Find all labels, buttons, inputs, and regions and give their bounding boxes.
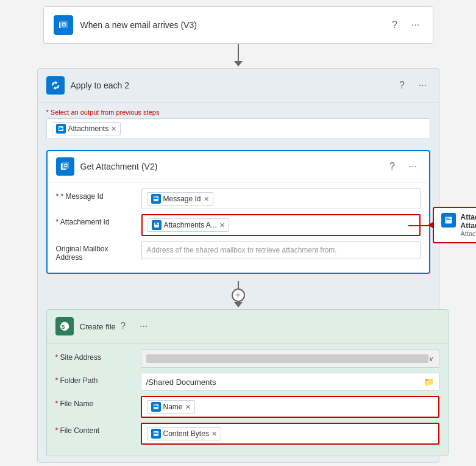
- file-name-input[interactable]: Name ✕: [141, 396, 439, 418]
- site-address-input[interactable]: ∨: [141, 349, 439, 368]
- get-attachment-help-button[interactable]: ?: [385, 159, 400, 174]
- file-content-token-remove[interactable]: ✕: [211, 430, 217, 438]
- message-id-token: Message Id ✕: [147, 192, 213, 206]
- mailbox-input[interactable]: Address of the shared mailbox to retriev…: [141, 241, 421, 259]
- file-name-token: Name ✕: [147, 400, 195, 414]
- select-output-label: * Select an output from previous steps: [46, 109, 430, 116]
- svg-rect-8: [59, 129, 62, 130]
- attachments-token-icon: [56, 124, 66, 134]
- select-output-input[interactable]: Attachments ✕: [46, 118, 430, 139]
- inner-content: Get Attachment (V2) ? ··· * * Message Id: [46, 150, 430, 456]
- folder-path-input[interactable]: /Shared Documents 📁: [141, 373, 439, 391]
- plus-button[interactable]: +: [232, 289, 245, 302]
- mailbox-row: Original Mailbox Address Address of the …: [56, 241, 421, 262]
- message-id-label: * * Message Id: [56, 188, 135, 201]
- apply-each-actions: ? ···: [395, 78, 430, 93]
- file-name-token-label: Name: [163, 403, 183, 411]
- file-name-token-icon: [151, 402, 161, 412]
- file-name-row: * File Name: [55, 396, 439, 418]
- folder-path-content: /Shared Documents 📁: [141, 373, 439, 391]
- message-id-token-label: Message Id: [163, 195, 201, 203]
- svg-rect-6: [59, 127, 62, 127]
- get-attachment-more-button[interactable]: ···: [406, 159, 421, 174]
- apply-each-body: * Select an output from previous steps A…: [38, 102, 439, 145]
- get-attachment-title: Get Attachment (V2): [80, 162, 385, 171]
- attachment-id-input[interactable]: Attachments A... ✕: [141, 214, 421, 236]
- trigger-icon: [54, 15, 73, 35]
- trigger-more-button[interactable]: ···: [408, 18, 423, 32]
- svg-rect-16: [154, 198, 158, 199]
- site-address-dropdown[interactable]: ∨: [428, 354, 434, 363]
- create-file-header: S Create file ? ···: [47, 310, 448, 343]
- file-content-label: * File Content: [55, 423, 135, 435]
- svg-rect-22: [446, 220, 450, 220]
- attachment-id-token-icon: [152, 220, 162, 230]
- svg-text:S: S: [61, 324, 65, 330]
- svg-rect-15: [154, 197, 157, 198]
- attachment-id-token-label: Attachments A...: [164, 221, 217, 229]
- create-file-body: * Site Address ∨ * Folder Path: [47, 343, 448, 456]
- tooltip-text: Attachments Attachment Id Attachment Id: [461, 213, 477, 237]
- trigger-actions: ? ···: [388, 18, 423, 32]
- message-id-token-remove[interactable]: ✕: [204, 195, 209, 203]
- plus-connector: +: [46, 279, 430, 309]
- create-file-title: Create file: [80, 322, 116, 331]
- get-attachment-header: Get Attachment (V2) ? ···: [48, 151, 429, 182]
- attachment-id-token: Attachments A... ✕: [147, 218, 229, 232]
- create-file-actions: ? ···: [116, 319, 151, 334]
- folder-path-value: /Shared Documents: [146, 378, 216, 387]
- attachments-token-remove[interactable]: ✕: [111, 125, 116, 133]
- create-file-icon: S: [55, 317, 74, 335]
- file-content-content: Content Bytes ✕: [141, 423, 439, 445]
- get-attachment-card: Get Attachment (V2) ? ··· * * Message Id: [46, 150, 430, 274]
- svg-rect-21: [446, 218, 449, 218]
- attachment-id-token-remove[interactable]: ✕: [219, 221, 225, 229]
- file-content-token: Content Bytes ✕: [147, 427, 221, 440]
- file-name-label: * File Name: [55, 396, 135, 408]
- attachments-token-label: Attachments: [68, 124, 109, 133]
- tooltip-title: Attachments Attachment Id: [461, 213, 477, 230]
- message-id-row: * * Message Id: [56, 188, 421, 209]
- trigger-card: When a new email arrives (V3) ? ···: [43, 6, 433, 44]
- apply-each-header: Apply to each 2 ? ···: [38, 69, 439, 102]
- tooltip-icon: [441, 213, 456, 228]
- get-attachment-actions: ? ···: [385, 159, 421, 174]
- trigger-help-button[interactable]: ?: [388, 18, 402, 32]
- site-address-content: ∨: [141, 349, 439, 368]
- apply-each-icon: [46, 76, 65, 95]
- svg-point-13: [65, 165, 66, 167]
- attachment-id-label: * Attachement Id: [56, 214, 135, 226]
- file-content-input[interactable]: Content Bytes ✕: [141, 423, 439, 445]
- folder-path-row: * Folder Path /Shared Documents 📁: [55, 373, 439, 391]
- svg-rect-27: [154, 406, 158, 407]
- apply-each-more-button[interactable]: ···: [416, 78, 430, 93]
- mailbox-placeholder: Address of the shared mailbox to retriev…: [147, 246, 337, 254]
- tooltip-subtitle: Attachment Id: [461, 230, 477, 237]
- create-file-card: S Create file ? ··· * Site Address: [46, 309, 449, 456]
- arrow-connector-1: [234, 44, 243, 68]
- file-content-token-label: Content Bytes: [163, 429, 209, 438]
- svg-rect-18: [155, 223, 157, 224]
- apply-each-title: Apply to each 2: [71, 81, 395, 90]
- site-address-value: [146, 354, 428, 363]
- folder-browse-button[interactable]: 📁: [424, 377, 434, 387]
- attachments-token: Attachments ✕: [52, 122, 121, 135]
- file-content-row: * File Content: [55, 423, 439, 445]
- svg-rect-19: [155, 224, 158, 225]
- create-file-more-button[interactable]: ···: [137, 319, 151, 334]
- trigger-title: When a new email arrives (V3): [80, 20, 388, 30]
- create-file-help-button[interactable]: ?: [116, 319, 130, 334]
- apply-each-help-button[interactable]: ?: [395, 78, 410, 93]
- message-id-input[interactable]: Message Id ✕: [141, 188, 421, 209]
- file-name-token-remove[interactable]: ✕: [185, 403, 191, 411]
- message-id-token-icon: [151, 194, 161, 204]
- file-name-content: Name ✕: [141, 396, 439, 418]
- svg-rect-7: [59, 128, 63, 129]
- svg-rect-30: [154, 433, 158, 434]
- svg-point-4: [63, 24, 65, 26]
- apply-each-card: Apply to each 2 ? ··· * Select an output…: [37, 68, 439, 463]
- get-attachment-body: * * Message Id: [48, 182, 429, 273]
- svg-rect-26: [154, 405, 157, 406]
- plus-arrow: [234, 302, 243, 307]
- attachment-id-row: * Attachement Id: [56, 214, 421, 236]
